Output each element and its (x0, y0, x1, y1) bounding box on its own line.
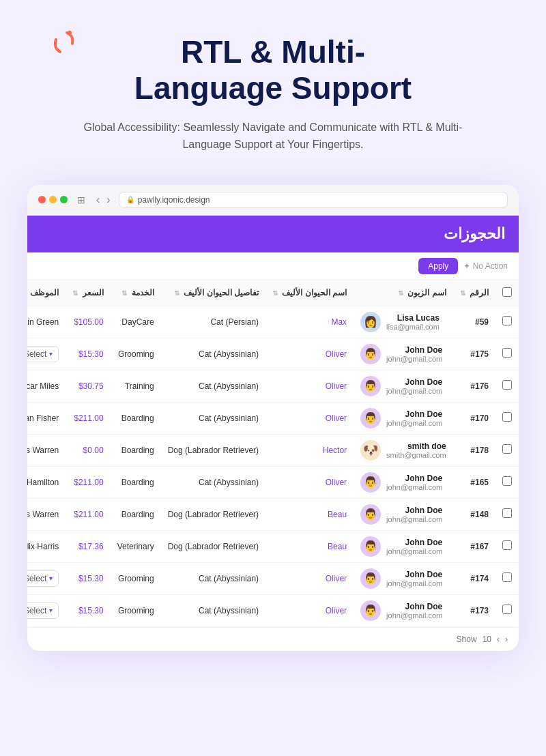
td-pet-details: Cat (Abyssinian) (161, 594, 265, 626)
td-employee: Julian Fisher (27, 402, 66, 434)
td-checkbox (495, 562, 519, 594)
employee-select[interactable]: ▾ Select (27, 602, 59, 619)
td-checkbox (495, 498, 519, 530)
td-pet-name: Oliver (265, 370, 354, 402)
browser-grid-icon: ⊞ (74, 193, 88, 207)
td-customer: John Doe john@gmail.com 👨 (354, 338, 453, 370)
td-service: Veterinary (111, 530, 161, 562)
customer-info: smith doe smith@gmail.com (386, 441, 446, 459)
customer-info: John Doe john@gmail.com (386, 377, 442, 395)
td-price: $0.00 (66, 434, 110, 466)
pet-name-link[interactable]: Hector (323, 446, 347, 455)
pet-name-link[interactable]: Oliver (326, 381, 347, 391)
td-pet-details: Cat (Abyssinian) (161, 562, 265, 594)
table-toolbar: Apply ✦ No Action (27, 252, 519, 280)
footer-arrow-right[interactable]: › (505, 635, 508, 644)
td-customer: John Doe john@gmail.com 👨 (354, 402, 453, 434)
td-checkbox (495, 466, 519, 498)
app-header-title: الحجوزات (444, 225, 505, 242)
nav-back-button[interactable]: ‹ (95, 194, 101, 206)
row-checkbox[interactable] (502, 348, 512, 358)
td-pet-name: Oliver (265, 466, 354, 498)
customer-cell: John Doe john@gmail.com 👨 (360, 600, 446, 621)
select-all-checkbox[interactable] (502, 287, 512, 297)
avatar: 👨 (360, 568, 381, 589)
apply-button[interactable]: Apply (418, 258, 458, 274)
row-checkbox[interactable] (502, 380, 512, 390)
customer-cell: John Doe john@gmail.com 👨 (360, 568, 446, 589)
pet-name-link[interactable]: Max (331, 317, 347, 327)
row-checkbox[interactable] (502, 316, 512, 325)
customer-name: John Doe (386, 602, 442, 611)
td-customer: John Doe john@gmail.com 👨 (354, 370, 453, 402)
dot-maximize[interactable] (60, 196, 68, 203)
price-value: $105.00 (74, 317, 103, 327)
td-service: Grooming (111, 562, 161, 594)
app-header: الحجوزات (27, 216, 519, 252)
pet-name-link[interactable]: Oliver (326, 574, 347, 583)
th-service: الخدمة ⇅ (111, 280, 161, 306)
table-row: #176 John Doe john@gmail.com 👨 OliverCat… (27, 370, 519, 402)
td-num: #59 (453, 306, 495, 338)
customer-info: Lisa Lucas lisa@gmail.com (386, 313, 440, 331)
td-pet-details: Cat (Persian) (161, 306, 265, 338)
footer-arrow-left[interactable]: ‹ (497, 635, 500, 644)
pet-name-link[interactable]: Oliver (326, 478, 347, 487)
pet-name-link[interactable]: Beau (328, 510, 347, 519)
th-checkbox (495, 280, 519, 306)
td-customer: smith doe smith@gmail.com 🐶 (354, 434, 453, 466)
no-action-button[interactable]: ✦ No Action (463, 261, 508, 271)
show-label: Show (457, 635, 477, 644)
browser-window: ⊞ ‹ › 🔒 pawlly.iqonic.design الحجوزات Ap… (27, 185, 519, 651)
row-number: #176 (470, 381, 489, 391)
customer-email: john@gmail.com (386, 355, 442, 363)
dot-minimize[interactable] (49, 196, 57, 203)
td-checkbox (495, 434, 519, 466)
customer-cell: John Doe john@gmail.com 👨 (360, 536, 446, 557)
row-checkbox[interactable] (502, 508, 512, 518)
td-pet-name: Beau (265, 530, 354, 562)
th-num: الرقم ⇅ (453, 280, 495, 306)
table-row: #173 John Doe john@gmail.com 👨 OliverCat… (27, 594, 519, 626)
address-bar[interactable]: 🔒 pawlly.iqonic.design (119, 192, 508, 208)
pet-name-link[interactable]: Oliver (326, 606, 347, 615)
customer-cell: John Doe john@gmail.com 👨 (360, 504, 446, 525)
nav-forward-button[interactable]: › (105, 194, 111, 206)
pet-name-link[interactable]: Oliver (326, 349, 347, 359)
customer-cell: John Doe john@gmail.com 👨 (360, 472, 446, 493)
td-pet-name: Oliver (265, 594, 354, 626)
row-checkbox[interactable] (502, 412, 512, 422)
customer-info: John Doe john@gmail.com (386, 570, 442, 587)
td-num: #170 (453, 402, 495, 434)
td-checkbox (495, 370, 519, 402)
row-checkbox[interactable] (502, 540, 512, 550)
customer-name: John Doe (386, 570, 442, 579)
th-price: السعر ⇅ (66, 280, 110, 306)
select-label: Select (27, 606, 46, 615)
row-checkbox[interactable] (502, 572, 512, 582)
row-checkbox[interactable] (502, 444, 512, 454)
customer-email: john@gmail.com (386, 515, 442, 523)
td-num: #176 (453, 370, 495, 402)
customer-cell: smith doe smith@gmail.com 🐶 (360, 440, 446, 461)
dot-close[interactable] (38, 196, 46, 203)
td-pet-details: Dog (Labrador Retriever) (161, 434, 265, 466)
price-value: $15.30 (78, 574, 104, 583)
employee-select[interactable]: ▾ Select (27, 570, 59, 587)
lock-icon: 🔒 (126, 196, 134, 203)
pet-name-link[interactable]: Oliver (326, 413, 347, 423)
td-price: $211.00 (66, 402, 110, 434)
td-num: #148 (453, 498, 495, 530)
employee-select[interactable]: ▾ Select (27, 346, 59, 362)
row-checkbox[interactable] (502, 476, 512, 486)
row-checkbox[interactable] (502, 605, 512, 614)
customer-email: smith@gmail.com (386, 451, 446, 459)
td-employee: Oscar Miles (27, 370, 66, 402)
customer-name: Lisa Lucas (386, 313, 440, 323)
select-label: Select (27, 574, 46, 583)
pet-name-link[interactable]: Beau (328, 542, 347, 551)
td-pet-name: Hector (265, 434, 354, 466)
browser-bar: ⊞ ‹ › 🔒 pawlly.iqonic.design (27, 185, 519, 216)
td-pet-details: Dog (Labrador Retriever) (161, 530, 265, 562)
customer-email: lisa@gmail.com (386, 323, 440, 331)
